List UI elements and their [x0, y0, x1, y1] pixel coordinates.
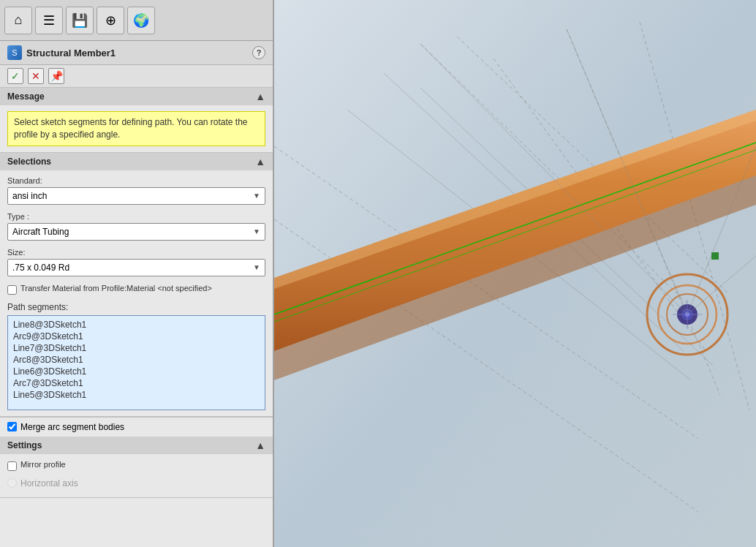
- pin-button[interactable]: 📌: [48, 68, 64, 84]
- size-dropdown[interactable]: .75 x 0.049 Rd ▼: [7, 259, 265, 276]
- message-collapse-icon: ▲: [255, 91, 265, 102]
- transfer-material-checkbox[interactable]: [7, 285, 17, 295]
- settings-section: Settings ▲ Mirror profile Horizontal axi…: [0, 437, 273, 498]
- options-button[interactable]: ☰: [35, 7, 63, 34]
- selections-content: Standard: ansi inch ▼ Type : Aircraft Tu…: [0, 170, 273, 416]
- message-section-title: Message: [7, 91, 45, 102]
- type-value: Aircraft Tubing: [12, 227, 69, 237]
- mirror-profile-row: Mirror profile: [7, 460, 265, 471]
- message-section: Message ▲ Select sketch segments for def…: [0, 88, 273, 153]
- standard-label: Standard:: [7, 176, 265, 185]
- size-dropdown-arrow: ▼: [253, 263, 260, 271]
- cancel-button[interactable]: ✕: [28, 68, 44, 84]
- standard-value: ansi inch: [12, 191, 47, 201]
- action-row: ✓ ✕ 📌: [0, 65, 273, 88]
- transfer-material-label: Transfer Material from Profile:Material …: [20, 284, 212, 293]
- standard-dropdown-arrow: ▼: [253, 192, 260, 200]
- home-button[interactable]: ⌂: [4, 7, 32, 34]
- settings-section-title: Settings: [7, 440, 42, 450]
- standard-dropdown[interactable]: ansi inch ▼: [7, 187, 265, 205]
- type-label: Type :: [7, 212, 265, 221]
- panel-icon: S: [7, 45, 22, 60]
- merge-row: Merge arc segment bodies: [0, 417, 273, 437]
- crosshair-button[interactable]: ⊕: [97, 7, 124, 34]
- viewport-scene: [274, 0, 756, 547]
- selections-section: Selections ▲ Standard: ansi inch ▼ Type …: [0, 153, 273, 417]
- mirror-profile-checkbox[interactable]: [7, 461, 17, 471]
- horizontal-axis-radio[interactable]: [7, 478, 17, 488]
- path-listbox[interactable]: Line8@3DSketch1 Arc9@3DSketch1 Line7@3DS…: [7, 315, 265, 410]
- list-item[interactable]: Arc7@3DSketch1: [11, 377, 262, 389]
- message-section-header[interactable]: Message ▲: [0, 88, 273, 105]
- selections-section-header[interactable]: Selections ▲: [0, 153, 273, 170]
- viewport[interactable]: ▶ 🔧 1-210-1, Weld Assy -...: [274, 0, 756, 547]
- list-item[interactable]: Line8@3DSketch1: [11, 319, 262, 331]
- size-label: Size:: [7, 248, 265, 257]
- selections-collapse-icon: ▲: [255, 156, 265, 167]
- type-dropdown[interactable]: Aircraft Tubing ▼: [7, 223, 265, 241]
- standard-dropdown-row: ansi inch ▼: [7, 187, 265, 205]
- list-item[interactable]: Line5@3DSketch1: [11, 389, 262, 401]
- transfer-material-row: Transfer Material from Profile:Material …: [7, 284, 265, 295]
- selections-section-title: Selections: [7, 156, 51, 167]
- toolbar: ⌂ ☰ 💾 ⊕ 🌍: [0, 0, 273, 41]
- list-item[interactable]: Line6@3DSketch1: [11, 366, 262, 377]
- list-item[interactable]: Arc9@3DSketch1: [11, 331, 262, 342]
- horizontal-axis-label: Horizontal axis: [20, 478, 78, 488]
- type-dropdown-arrow: ▼: [253, 227, 260, 235]
- path-segments-label: Path segments:: [7, 302, 265, 312]
- list-item[interactable]: Arc8@3DSketch1: [11, 354, 262, 366]
- ok-button[interactable]: ✓: [7, 68, 23, 84]
- type-dropdown-row: Aircraft Tubing ▼: [7, 223, 265, 241]
- merge-checkbox[interactable]: [7, 422, 17, 431]
- left-panel: ⌂ ☰ 💾 ⊕ 🌍 S Structural Member1 ? ✓ ✕ 📌 M…: [0, 0, 274, 547]
- list-item[interactable]: Line7@3DSketch1: [11, 342, 262, 354]
- settings-section-header[interactable]: Settings ▲: [0, 437, 273, 454]
- panel-header: S Structural Member1 ?: [0, 41, 273, 65]
- help-button[interactable]: ?: [252, 46, 265, 59]
- globe-button[interactable]: 🌍: [127, 7, 155, 34]
- panel-title: Structural Member1: [26, 48, 116, 59]
- panel-content: Message ▲ Select sketch segments for def…: [0, 88, 273, 547]
- size-value: .75 x 0.049 Rd: [12, 263, 69, 273]
- merge-label: Merge arc segment bodies: [20, 422, 124, 432]
- mirror-profile-label: Mirror profile: [20, 460, 66, 469]
- horizontal-axis-row: Horizontal axis: [7, 478, 265, 488]
- settings-content: Mirror profile Horizontal axis: [0, 454, 273, 497]
- message-box: Select sketch segments for defining path…: [7, 111, 265, 146]
- size-dropdown-row: .75 x 0.049 Rd ▼: [7, 259, 265, 276]
- settings-collapse-icon: ▲: [255, 440, 265, 451]
- save-button[interactable]: 💾: [66, 7, 94, 34]
